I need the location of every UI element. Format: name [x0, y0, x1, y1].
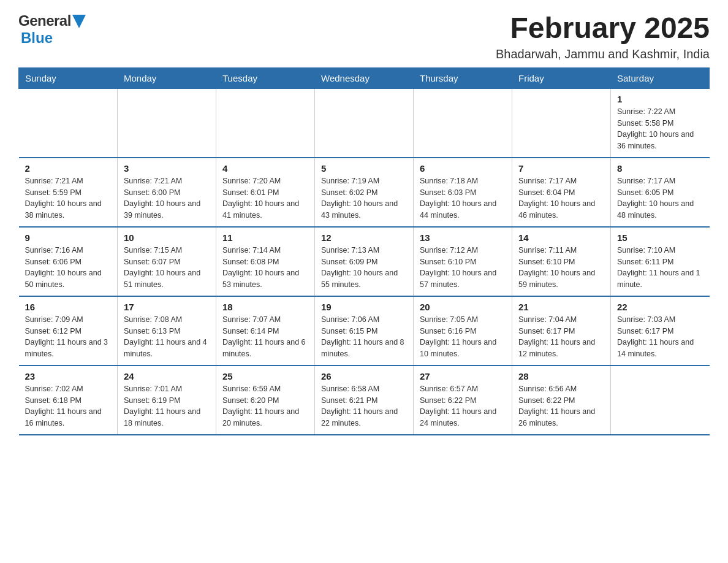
day-number: 14 — [518, 232, 604, 243]
header-saturday: Saturday — [611, 67, 710, 88]
day-info: Sunrise: 6:58 AMSunset: 6:21 PMDaylight:… — [321, 383, 407, 429]
day-number: 12 — [321, 232, 407, 243]
day-info: Sunrise: 7:15 AMSunset: 6:07 PMDaylight:… — [124, 245, 210, 291]
day-number: 5 — [321, 163, 407, 174]
day-number: 16 — [25, 302, 112, 312]
table-row: 9Sunrise: 7:16 AMSunset: 6:06 PMDaylight… — [19, 227, 118, 296]
day-info: Sunrise: 7:21 AMSunset: 6:00 PMDaylight:… — [124, 175, 210, 221]
table-row: 26Sunrise: 6:58 AMSunset: 6:21 PMDayligh… — [315, 366, 414, 435]
day-number: 28 — [518, 371, 604, 381]
month-title: February 2025 — [496, 12, 710, 45]
day-number: 2 — [25, 163, 112, 174]
day-info: Sunrise: 7:06 AMSunset: 6:15 PMDaylight:… — [321, 314, 407, 360]
day-number: 25 — [222, 371, 308, 381]
day-number: 7 — [518, 163, 604, 174]
logo-triangle-icon — [72, 15, 86, 28]
table-row: 6Sunrise: 7:18 AMSunset: 6:03 PMDaylight… — [414, 158, 512, 227]
logo: General Blue — [18, 12, 86, 47]
table-row: 15Sunrise: 7:10 AMSunset: 6:11 PMDayligh… — [611, 227, 710, 296]
day-info: Sunrise: 7:09 AMSunset: 6:12 PMDaylight:… — [25, 314, 112, 360]
calendar-table: Sunday Monday Tuesday Wednesday Thursday… — [18, 67, 710, 435]
day-number: 1 — [617, 94, 703, 104]
day-info: Sunrise: 7:13 AMSunset: 6:09 PMDaylight:… — [321, 245, 407, 291]
table-row — [216, 88, 315, 158]
day-info: Sunrise: 7:18 AMSunset: 6:03 PMDaylight:… — [420, 175, 506, 221]
header-tuesday: Tuesday — [216, 67, 315, 88]
logo-blue-text: Blue — [21, 29, 53, 46]
page-header: General Blue February 2025 Bhadarwah, Ja… — [18, 12, 710, 61]
table-row: 12Sunrise: 7:13 AMSunset: 6:09 PMDayligh… — [315, 227, 414, 296]
day-info: Sunrise: 7:05 AMSunset: 6:16 PMDaylight:… — [420, 314, 506, 360]
day-info: Sunrise: 7:17 AMSunset: 6:05 PMDaylight:… — [617, 175, 703, 221]
table-row: 8Sunrise: 7:17 AMSunset: 6:05 PMDaylight… — [611, 158, 710, 227]
day-info: Sunrise: 7:02 AMSunset: 6:18 PMDaylight:… — [25, 383, 112, 429]
day-number: 19 — [321, 302, 407, 312]
day-number: 27 — [420, 371, 506, 381]
day-number: 21 — [518, 302, 604, 312]
table-row: 22Sunrise: 7:03 AMSunset: 6:17 PMDayligh… — [611, 296, 710, 366]
day-info: Sunrise: 7:10 AMSunset: 6:11 PMDaylight:… — [617, 245, 703, 291]
location-subtitle: Bhadarwah, Jammu and Kashmir, India — [496, 47, 710, 61]
calendar-week-row: 16Sunrise: 7:09 AMSunset: 6:12 PMDayligh… — [19, 296, 710, 366]
calendar-week-row: 23Sunrise: 7:02 AMSunset: 6:18 PMDayligh… — [19, 366, 710, 435]
table-row: 3Sunrise: 7:21 AMSunset: 6:00 PMDaylight… — [118, 158, 216, 227]
day-info: Sunrise: 7:22 AMSunset: 5:58 PMDaylight:… — [617, 106, 703, 152]
day-number: 26 — [321, 371, 407, 381]
day-info: Sunrise: 7:14 AMSunset: 6:08 PMDaylight:… — [222, 245, 308, 291]
day-number: 11 — [222, 232, 308, 243]
day-info: Sunrise: 6:57 AMSunset: 6:22 PMDaylight:… — [420, 383, 506, 429]
day-info: Sunrise: 7:19 AMSunset: 6:02 PMDaylight:… — [321, 175, 407, 221]
table-row: 10Sunrise: 7:15 AMSunset: 6:07 PMDayligh… — [118, 227, 216, 296]
svg-marker-0 — [72, 15, 86, 28]
header-thursday: Thursday — [414, 67, 512, 88]
table-row: 13Sunrise: 7:12 AMSunset: 6:10 PMDayligh… — [414, 227, 512, 296]
calendar-week-row: 1Sunrise: 7:22 AMSunset: 5:58 PMDaylight… — [19, 88, 710, 158]
calendar-week-row: 9Sunrise: 7:16 AMSunset: 6:06 PMDaylight… — [19, 227, 710, 296]
calendar-week-row: 2Sunrise: 7:21 AMSunset: 5:59 PMDaylight… — [19, 158, 710, 227]
table-row — [512, 88, 611, 158]
day-number: 3 — [124, 163, 210, 174]
table-row: 17Sunrise: 7:08 AMSunset: 6:13 PMDayligh… — [118, 296, 216, 366]
table-row: 25Sunrise: 6:59 AMSunset: 6:20 PMDayligh… — [216, 366, 315, 435]
table-row: 24Sunrise: 7:01 AMSunset: 6:19 PMDayligh… — [118, 366, 216, 435]
table-row: 2Sunrise: 7:21 AMSunset: 5:59 PMDaylight… — [19, 158, 118, 227]
day-info: Sunrise: 7:12 AMSunset: 6:10 PMDaylight:… — [420, 245, 506, 291]
day-info: Sunrise: 7:20 AMSunset: 6:01 PMDaylight:… — [222, 175, 308, 221]
table-row: 4Sunrise: 7:20 AMSunset: 6:01 PMDaylight… — [216, 158, 315, 227]
table-row: 28Sunrise: 6:56 AMSunset: 6:22 PMDayligh… — [512, 366, 611, 435]
day-info: Sunrise: 7:04 AMSunset: 6:17 PMDaylight:… — [518, 314, 604, 360]
header-sunday: Sunday — [19, 67, 118, 88]
day-number: 23 — [25, 371, 112, 381]
header-wednesday: Wednesday — [315, 67, 414, 88]
table-row: 27Sunrise: 6:57 AMSunset: 6:22 PMDayligh… — [414, 366, 512, 435]
table-row — [414, 88, 512, 158]
table-row: 23Sunrise: 7:02 AMSunset: 6:18 PMDayligh… — [19, 366, 118, 435]
table-row: 21Sunrise: 7:04 AMSunset: 6:17 PMDayligh… — [512, 296, 611, 366]
day-info: Sunrise: 7:16 AMSunset: 6:06 PMDaylight:… — [25, 245, 112, 291]
table-row: 20Sunrise: 7:05 AMSunset: 6:16 PMDayligh… — [414, 296, 512, 366]
table-row: 18Sunrise: 7:07 AMSunset: 6:14 PMDayligh… — [216, 296, 315, 366]
header-monday: Monday — [118, 67, 216, 88]
calendar-header-row: Sunday Monday Tuesday Wednesday Thursday… — [19, 67, 710, 88]
table-row: 5Sunrise: 7:19 AMSunset: 6:02 PMDaylight… — [315, 158, 414, 227]
day-number: 13 — [420, 232, 506, 243]
day-info: Sunrise: 7:17 AMSunset: 6:04 PMDaylight:… — [518, 175, 604, 221]
day-number: 10 — [124, 232, 210, 243]
day-info: Sunrise: 7:01 AMSunset: 6:19 PMDaylight:… — [124, 383, 210, 429]
table-row: 16Sunrise: 7:09 AMSunset: 6:12 PMDayligh… — [19, 296, 118, 366]
day-number: 8 — [617, 163, 703, 174]
day-number: 9 — [25, 232, 112, 243]
day-info: Sunrise: 7:21 AMSunset: 5:59 PMDaylight:… — [25, 175, 112, 221]
day-number: 24 — [124, 371, 210, 381]
day-number: 20 — [420, 302, 506, 312]
day-number: 22 — [617, 302, 703, 312]
table-row — [19, 88, 118, 158]
day-number: 17 — [124, 302, 210, 312]
table-row — [315, 88, 414, 158]
day-number: 6 — [420, 163, 506, 174]
day-info: Sunrise: 7:08 AMSunset: 6:13 PMDaylight:… — [124, 314, 210, 360]
day-info: Sunrise: 7:07 AMSunset: 6:14 PMDaylight:… — [222, 314, 308, 360]
day-number: 15 — [617, 232, 703, 243]
table-row — [611, 366, 710, 435]
day-info: Sunrise: 7:03 AMSunset: 6:17 PMDaylight:… — [617, 314, 703, 360]
